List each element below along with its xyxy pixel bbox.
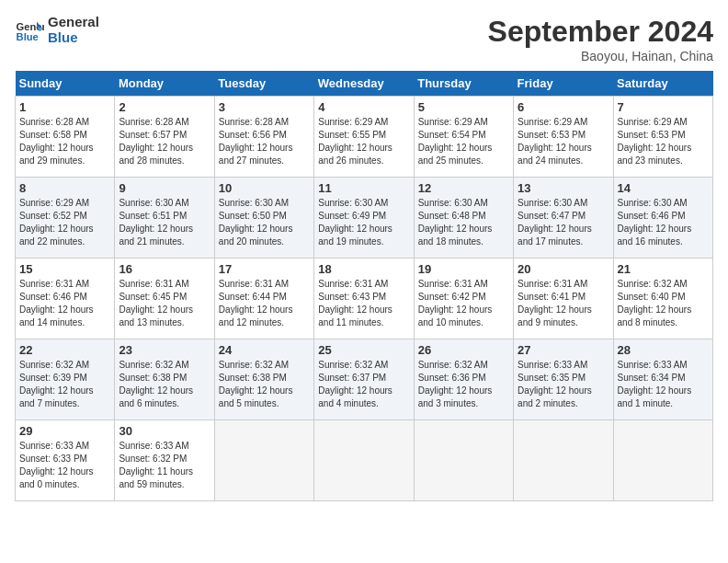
calendar-week-row: 8Sunrise: 6:29 AMSunset: 6:52 PMDaylight… bbox=[16, 178, 713, 259]
calendar-cell bbox=[414, 420, 513, 501]
calendar-cell bbox=[314, 420, 414, 501]
logo-text-line1: General bbox=[48, 15, 99, 30]
calendar-cell: 30Sunrise: 6:33 AMSunset: 6:32 PMDayligh… bbox=[115, 420, 214, 501]
day-number: 1 bbox=[19, 100, 110, 114]
calendar-cell: 12Sunrise: 6:30 AMSunset: 6:48 PMDayligh… bbox=[414, 178, 513, 259]
day-number: 16 bbox=[119, 262, 210, 276]
day-number: 26 bbox=[418, 343, 509, 357]
day-number: 19 bbox=[418, 262, 509, 276]
day-info: Sunrise: 6:32 AMSunset: 6:38 PMDaylight:… bbox=[119, 359, 210, 410]
logo: General Blue General Blue bbox=[15, 15, 99, 45]
header: General Blue General Blue September 2024… bbox=[15, 15, 713, 63]
day-info: Sunrise: 6:32 AMSunset: 6:39 PMDaylight:… bbox=[19, 359, 110, 410]
calendar-table: SundayMondayTuesdayWednesdayThursdayFrid… bbox=[15, 71, 713, 501]
day-info: Sunrise: 6:28 AMSunset: 6:57 PMDaylight:… bbox=[119, 116, 210, 167]
day-number: 2 bbox=[119, 100, 210, 114]
logo-text-line2: Blue bbox=[48, 30, 99, 46]
calendar-cell: 14Sunrise: 6:30 AMSunset: 6:46 PMDayligh… bbox=[613, 178, 712, 259]
day-number: 4 bbox=[318, 100, 409, 114]
day-info: Sunrise: 6:32 AMSunset: 6:37 PMDaylight:… bbox=[318, 359, 409, 410]
calendar-cell: 19Sunrise: 6:31 AMSunset: 6:42 PMDayligh… bbox=[414, 259, 513, 339]
calendar-cell: 27Sunrise: 6:33 AMSunset: 6:35 PMDayligh… bbox=[514, 339, 613, 420]
calendar-cell: 5Sunrise: 6:29 AMSunset: 6:54 PMDaylight… bbox=[414, 97, 513, 178]
day-header-tuesday: Tuesday bbox=[214, 71, 313, 97]
calendar-body: 1Sunrise: 6:28 AMSunset: 6:58 PMDaylight… bbox=[16, 97, 713, 501]
day-number: 22 bbox=[19, 343, 110, 357]
day-number: 17 bbox=[219, 262, 310, 276]
day-info: Sunrise: 6:32 AMSunset: 6:36 PMDaylight:… bbox=[418, 359, 509, 410]
calendar-cell: 22Sunrise: 6:32 AMSunset: 6:39 PMDayligh… bbox=[16, 339, 115, 420]
day-info: Sunrise: 6:32 AMSunset: 6:38 PMDaylight:… bbox=[219, 359, 310, 410]
calendar-cell: 8Sunrise: 6:29 AMSunset: 6:52 PMDaylight… bbox=[16, 178, 115, 259]
calendar-cell: 7Sunrise: 6:29 AMSunset: 6:53 PMDaylight… bbox=[613, 97, 712, 178]
calendar-cell: 28Sunrise: 6:33 AMSunset: 6:34 PMDayligh… bbox=[613, 339, 712, 420]
day-info: Sunrise: 6:28 AMSunset: 6:58 PMDaylight:… bbox=[19, 116, 110, 167]
day-header-wednesday: Wednesday bbox=[314, 71, 414, 97]
calendar-cell: 10Sunrise: 6:30 AMSunset: 6:50 PMDayligh… bbox=[214, 178, 313, 259]
day-number: 11 bbox=[318, 181, 409, 195]
day-number: 6 bbox=[518, 100, 609, 114]
day-number: 24 bbox=[219, 343, 310, 357]
day-header-saturday: Saturday bbox=[613, 71, 712, 97]
day-header-monday: Monday bbox=[115, 71, 214, 97]
day-number: 7 bbox=[618, 100, 709, 114]
day-info: Sunrise: 6:29 AMSunset: 6:52 PMDaylight:… bbox=[19, 197, 110, 248]
day-info: Sunrise: 6:31 AMSunset: 6:42 PMDaylight:… bbox=[418, 278, 509, 329]
calendar-week-row: 1Sunrise: 6:28 AMSunset: 6:58 PMDaylight… bbox=[16, 97, 713, 178]
day-number: 28 bbox=[618, 343, 709, 357]
day-number: 14 bbox=[618, 181, 709, 195]
day-number: 15 bbox=[19, 262, 110, 276]
calendar-cell: 17Sunrise: 6:31 AMSunset: 6:44 PMDayligh… bbox=[214, 259, 313, 339]
calendar-cell: 6Sunrise: 6:29 AMSunset: 6:53 PMDaylight… bbox=[514, 97, 613, 178]
calendar-cell: 3Sunrise: 6:28 AMSunset: 6:56 PMDaylight… bbox=[214, 97, 313, 178]
day-header-friday: Friday bbox=[514, 71, 613, 97]
day-number: 10 bbox=[219, 181, 310, 195]
calendar-cell bbox=[514, 420, 613, 501]
day-info: Sunrise: 6:30 AMSunset: 6:49 PMDaylight:… bbox=[318, 197, 409, 248]
day-info: Sunrise: 6:33 AMSunset: 6:33 PMDaylight:… bbox=[19, 440, 110, 491]
day-info: Sunrise: 6:31 AMSunset: 6:45 PMDaylight:… bbox=[119, 278, 210, 329]
day-info: Sunrise: 6:32 AMSunset: 6:40 PMDaylight:… bbox=[618, 278, 709, 329]
day-info: Sunrise: 6:29 AMSunset: 6:55 PMDaylight:… bbox=[318, 116, 409, 167]
day-header-sunday: Sunday bbox=[16, 71, 115, 97]
calendar-cell: 25Sunrise: 6:32 AMSunset: 6:37 PMDayligh… bbox=[314, 339, 414, 420]
day-info: Sunrise: 6:29 AMSunset: 6:53 PMDaylight:… bbox=[618, 116, 709, 167]
day-header-thursday: Thursday bbox=[414, 71, 513, 97]
location-subtitle: Baoyou, Hainan, China bbox=[488, 49, 713, 63]
calendar-cell: 23Sunrise: 6:32 AMSunset: 6:38 PMDayligh… bbox=[115, 339, 214, 420]
day-info: Sunrise: 6:33 AMSunset: 6:32 PMDaylight:… bbox=[119, 440, 210, 491]
title-area: September 2024 Baoyou, Hainan, China bbox=[488, 15, 713, 63]
month-title: September 2024 bbox=[488, 15, 713, 49]
svg-text:Blue: Blue bbox=[17, 31, 39, 42]
calendar-cell: 16Sunrise: 6:31 AMSunset: 6:45 PMDayligh… bbox=[115, 259, 214, 339]
day-info: Sunrise: 6:30 AMSunset: 6:47 PMDaylight:… bbox=[518, 197, 609, 248]
day-info: Sunrise: 6:28 AMSunset: 6:56 PMDaylight:… bbox=[219, 116, 310, 167]
day-number: 8 bbox=[19, 181, 110, 195]
day-info: Sunrise: 6:30 AMSunset: 6:50 PMDaylight:… bbox=[219, 197, 310, 248]
calendar-cell: 1Sunrise: 6:28 AMSunset: 6:58 PMDaylight… bbox=[16, 97, 115, 178]
calendar-cell: 26Sunrise: 6:32 AMSunset: 6:36 PMDayligh… bbox=[414, 339, 513, 420]
calendar-cell: 21Sunrise: 6:32 AMSunset: 6:40 PMDayligh… bbox=[613, 259, 712, 339]
calendar-week-row: 22Sunrise: 6:32 AMSunset: 6:39 PMDayligh… bbox=[16, 339, 713, 420]
calendar-cell: 15Sunrise: 6:31 AMSunset: 6:46 PMDayligh… bbox=[16, 259, 115, 339]
day-info: Sunrise: 6:29 AMSunset: 6:54 PMDaylight:… bbox=[418, 116, 509, 167]
calendar-cell: 11Sunrise: 6:30 AMSunset: 6:49 PMDayligh… bbox=[314, 178, 414, 259]
day-number: 21 bbox=[618, 262, 709, 276]
calendar-cell: 18Sunrise: 6:31 AMSunset: 6:43 PMDayligh… bbox=[314, 259, 414, 339]
day-number: 12 bbox=[418, 181, 509, 195]
day-number: 25 bbox=[318, 343, 409, 357]
day-info: Sunrise: 6:31 AMSunset: 6:44 PMDaylight:… bbox=[219, 278, 310, 329]
logo-icon: General Blue bbox=[15, 16, 44, 45]
calendar-cell bbox=[613, 420, 712, 501]
calendar-cell: 4Sunrise: 6:29 AMSunset: 6:55 PMDaylight… bbox=[314, 97, 414, 178]
day-info: Sunrise: 6:31 AMSunset: 6:41 PMDaylight:… bbox=[518, 278, 609, 329]
day-number: 9 bbox=[119, 181, 210, 195]
day-number: 27 bbox=[518, 343, 609, 357]
day-number: 20 bbox=[518, 262, 609, 276]
day-number: 18 bbox=[318, 262, 409, 276]
calendar-week-row: 29Sunrise: 6:33 AMSunset: 6:33 PMDayligh… bbox=[16, 420, 713, 501]
calendar-cell: 29Sunrise: 6:33 AMSunset: 6:33 PMDayligh… bbox=[16, 420, 115, 501]
day-number: 3 bbox=[219, 100, 310, 114]
day-info: Sunrise: 6:33 AMSunset: 6:34 PMDaylight:… bbox=[618, 359, 709, 410]
day-info: Sunrise: 6:29 AMSunset: 6:53 PMDaylight:… bbox=[518, 116, 609, 167]
